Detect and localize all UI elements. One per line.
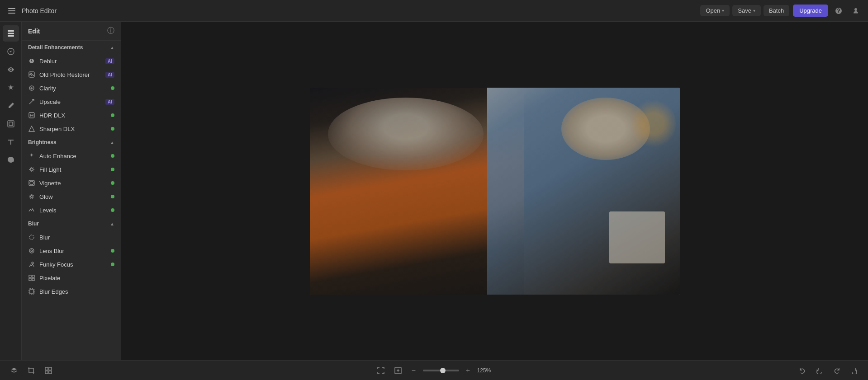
- help-icon[interactable]: [832, 4, 845, 18]
- bottom-center-controls: − + 125%: [374, 364, 494, 377]
- tool-label-blur-edges: Blur Edges: [39, 288, 68, 295]
- tool-item-left-old-photo-restorer: Old Photo Restorer: [28, 71, 90, 78]
- tool-badge-vignette: [111, 181, 114, 185]
- sidebar-item-frames[interactable]: [3, 116, 19, 132]
- tool-label-fill-light: Fill Light: [39, 166, 61, 173]
- batch-button[interactable]: Batch: [764, 5, 789, 16]
- zoom-plus-button[interactable]: +: [463, 365, 474, 376]
- grid-icon[interactable]: [42, 364, 55, 377]
- sidebar-item-layers[interactable]: [3, 25, 19, 42]
- crop-icon[interactable]: [24, 364, 38, 377]
- tool-badge-glow: [111, 195, 114, 198]
- fit-screen-icon[interactable]: [374, 364, 388, 377]
- photo-image: [310, 88, 680, 295]
- svg-rect-5: [8, 35, 14, 37]
- topbar-center: Open ▾ Save ▾ Batch: [700, 5, 789, 16]
- tool-item-pixelate[interactable]: Pixelate: [22, 271, 121, 285]
- tool-item-left-sharpen-dlx: Sharpen DLX: [28, 125, 75, 132]
- tool-item-sharpen-dlx[interactable]: Sharpen DLX: [22, 122, 121, 136]
- tool-item-deblur[interactable]: Deblur AI: [22, 54, 121, 68]
- sidebar-item-adjustments[interactable]: [3, 43, 19, 60]
- tool-icon-sharpen-dlx: [28, 125, 35, 132]
- section-header-detail-enhancements[interactable]: Detail Enhancements ▲: [22, 41, 121, 54]
- tool-item-old-photo-restorer[interactable]: Old Photo Restorer AI: [22, 68, 121, 81]
- tool-item-levels[interactable]: Levels: [22, 203, 121, 217]
- tool-item-blur[interactable]: Blur: [22, 230, 121, 244]
- layers-stack-icon[interactable]: [7, 364, 21, 377]
- active-dot-glow: [111, 195, 114, 198]
- sidebar-item-eye[interactable]: [3, 61, 19, 78]
- info-icon[interactable]: ⓘ: [107, 26, 114, 36]
- tool-item-left-funky-focus: Funky Focus: [28, 261, 73, 268]
- actual-size-icon[interactable]: [391, 364, 405, 377]
- tool-icon-upscale: [28, 98, 35, 105]
- sidebar-item-brush[interactable]: [3, 98, 19, 114]
- menu-icon[interactable]: [5, 5, 18, 17]
- tool-item-lens-blur[interactable]: Lens Blur: [22, 244, 121, 258]
- svg-rect-8: [8, 121, 14, 127]
- tool-label-levels: Levels: [39, 207, 57, 214]
- sidebar-item-stickers[interactable]: [3, 152, 19, 168]
- tool-badge-clarity: [111, 86, 114, 90]
- ai-badge-upscale: AI: [105, 99, 114, 105]
- section-title-blur: Blur: [28, 220, 39, 227]
- svg-rect-3: [8, 30, 14, 32]
- tool-item-glow[interactable]: Glow: [22, 190, 121, 203]
- main-area: Edit ⓘ Detail Enhancements ▲ Deblur AI O…: [0, 22, 868, 360]
- sidebar-item-effects[interactable]: [3, 80, 19, 96]
- zoom-slider[interactable]: [423, 370, 459, 371]
- svg-point-19: [29, 235, 34, 239]
- tool-badge-old-photo-restorer: AI: [105, 72, 114, 78]
- tool-item-vignette[interactable]: Vignette: [22, 176, 121, 190]
- tools-header: Edit ⓘ: [22, 22, 121, 41]
- tool-icon-glow: [28, 193, 35, 200]
- tool-item-left-blur: Blur: [28, 234, 50, 241]
- tool-item-auto-enhance[interactable]: Auto Enhance: [22, 149, 121, 163]
- open-button[interactable]: Open ▾: [700, 5, 730, 16]
- active-dot-funky-focus: [111, 263, 114, 266]
- save-button[interactable]: Save ▾: [732, 5, 761, 16]
- active-dot-vignette: [111, 181, 114, 185]
- undo2-icon[interactable]: [813, 364, 826, 377]
- section-header-blur[interactable]: Blur ▲: [22, 217, 121, 230]
- tool-item-left-vignette: Vignette: [28, 179, 61, 187]
- tool-item-blur-edges[interactable]: Blur Edges: [22, 285, 121, 298]
- topbar-left: Photo Editor: [5, 5, 697, 17]
- svg-rect-1: [8, 10, 15, 11]
- canvas-area: [121, 22, 868, 360]
- svg-rect-2: [8, 13, 15, 14]
- redo-icon[interactable]: [830, 364, 844, 377]
- active-dot-clarity: [111, 86, 114, 90]
- user-icon[interactable]: [849, 4, 863, 18]
- tool-item-upscale[interactable]: Upscale AI: [22, 95, 121, 108]
- tool-item-hdr-dlx[interactable]: HDR DLX: [22, 108, 121, 122]
- svg-point-14: [30, 168, 33, 171]
- tool-item-clarity[interactable]: Clarity: [22, 81, 121, 95]
- upgrade-button[interactable]: Upgrade: [793, 5, 828, 17]
- tool-label-hdr-dlx: HDR DLX: [39, 112, 65, 119]
- section-title-brightness: Brightness: [28, 139, 57, 145]
- tool-item-funky-focus[interactable]: Funky Focus: [22, 258, 121, 271]
- tool-label-sharpen-dlx: Sharpen DLX: [39, 126, 75, 132]
- svg-rect-32: [49, 371, 52, 374]
- active-dot-fill-light: [111, 168, 114, 171]
- tool-label-lens-blur: Lens Blur: [39, 248, 64, 254]
- sidebar-item-text[interactable]: [3, 134, 19, 150]
- redo2-icon[interactable]: [847, 364, 861, 377]
- tool-item-fill-light[interactable]: Fill Light: [22, 163, 121, 176]
- tool-item-left-hdr-dlx: HDR DLX: [28, 112, 65, 119]
- undo-icon[interactable]: [796, 364, 809, 377]
- tools-scroll[interactable]: Detail Enhancements ▲ Deblur AI Old Phot…: [22, 41, 121, 360]
- tool-badge-blur-edges: [111, 290, 114, 293]
- tool-item-left-glow: Glow: [28, 193, 53, 200]
- zoom-minus-button[interactable]: −: [408, 365, 419, 376]
- zoom-slider-thumb[interactable]: [440, 368, 446, 373]
- icon-sidebar: [0, 22, 22, 360]
- topbar: Photo Editor Open ▾ Save ▾ Batch Upgrade: [0, 0, 868, 22]
- tool-item-left-levels: Levels: [28, 206, 57, 214]
- tool-icon-fill-light: [28, 166, 35, 173]
- photo-container: [310, 88, 680, 295]
- tool-item-left-upscale: Upscale: [28, 98, 61, 105]
- inactive-dot-blur-edges: [111, 290, 114, 293]
- section-header-brightness[interactable]: Brightness ▲: [22, 136, 121, 149]
